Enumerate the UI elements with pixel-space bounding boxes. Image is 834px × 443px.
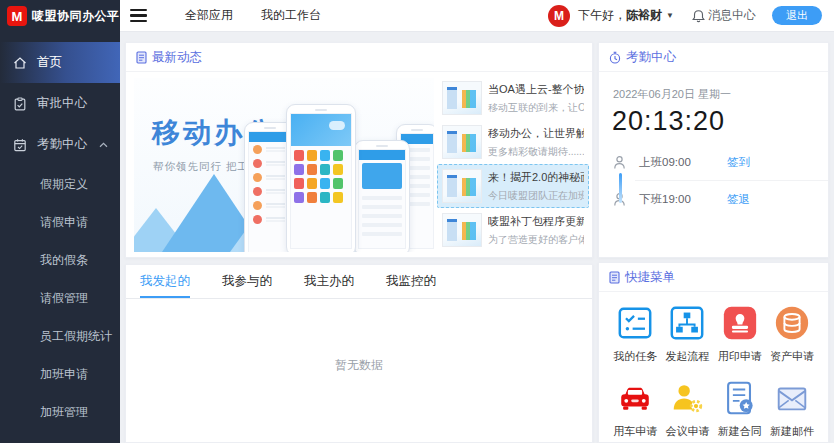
news-item[interactable]: 移动办公，让世界触手可更多精彩敬请期待...... (437, 120, 589, 164)
approval-icon (13, 97, 27, 111)
app-title: 唛盟协同办公平台 (32, 8, 132, 25)
bell-icon (692, 9, 705, 23)
contract-icon (721, 379, 759, 417)
check-out-row: 下班19:00 签退 (599, 184, 828, 214)
deco-tile (252, 173, 288, 182)
divider (635, 180, 828, 181)
tab-monitored-by-me[interactable]: 我监控的 (386, 265, 436, 298)
sidebar-item-label: 审批中心 (37, 95, 87, 112)
message-center[interactable]: 消息中心 (692, 7, 756, 24)
nav-my-workspace[interactable]: 我的工作台 (261, 7, 321, 24)
nav-all-apps[interactable]: 全部应用 (185, 7, 233, 24)
message-center-label: 消息中心 (708, 7, 756, 24)
deco-tile (333, 192, 343, 203)
quick-item-label: 发起流程 (665, 349, 709, 364)
quick-item-seal-apply[interactable]: 用印申请 (714, 304, 766, 364)
sidebar-subitem-my-leave[interactable]: 我的假条 (0, 241, 120, 279)
sidebar-subitem-overtime-manage[interactable]: 加班管理 (0, 393, 120, 431)
quick-menu-header: 快捷菜单 (599, 263, 828, 292)
quick-item-new-mail[interactable]: 新建邮件 (766, 379, 818, 439)
news-thumbnail (442, 125, 482, 159)
news-desc: 今日唛盟团队正在加班加点， (488, 189, 584, 203)
check-in-row: 上班09:00 签到 (599, 147, 828, 177)
deco-tile (362, 223, 402, 227)
attendance-icon (13, 138, 27, 152)
news-panel-title: 最新动态 (152, 49, 202, 66)
deco-tile (252, 159, 288, 168)
deco-tile (333, 150, 343, 161)
quick-item-label: 新建合同 (718, 424, 762, 439)
username: 陈裕财 (626, 8, 662, 22)
quick-item-meeting-apply[interactable]: 会议申请 (661, 379, 713, 439)
deco-tile (362, 214, 402, 218)
check-out-link[interactable]: 签退 (727, 192, 750, 207)
attendance-date: 2022年06月20日 星期一 (613, 87, 828, 102)
check-in-label: 上班09:00 (639, 155, 701, 170)
empty-state-text: 暂无数据 (126, 357, 592, 374)
tasks-icon (616, 304, 654, 342)
attendance-clock: 20:13:20 (612, 106, 828, 137)
check-in-link[interactable]: 签到 (727, 155, 750, 170)
tab-hosted-by-me[interactable]: 我主办的 (304, 265, 354, 298)
sidebar-subitem-leave-apply[interactable]: 请假申请 (0, 203, 120, 241)
brand-logo: M (7, 6, 27, 26)
deco-tile (294, 178, 304, 189)
app-root: M 唛盟协同办公平台 全部应用 我的工作台 M 下午好，陈裕财 ▼ 消息中心 退… (0, 0, 834, 443)
news-panel-header: 最新动态 (126, 43, 592, 72)
news-desc: 移动互联的到来，让OA与云 (488, 101, 584, 115)
news-panel: 最新动态 移动办公 帮你领先同行 把工作带出办公室 (125, 42, 593, 258)
attendance-panel: 考勤中心 2022年06月20日 星期一 20:13:20 上班09:00 签到… (598, 42, 829, 258)
sidebar-subitem-holiday-define[interactable]: 假期定义 (0, 165, 120, 203)
quick-item-start-flow[interactable]: 发起流程 (661, 304, 713, 364)
logo-area: M 唛盟协同办公平台 (0, 0, 120, 32)
sidebar-subitem-staff-holiday-stats[interactable]: 员工假期统计 (0, 317, 120, 355)
promo-banner[interactable]: 移动办公 帮你领先同行 把工作带出办公室 (134, 78, 434, 252)
quick-item-new-contract[interactable]: 新建合同 (714, 379, 766, 439)
deco-tile (307, 178, 317, 189)
deco-tile (362, 232, 402, 236)
document-icon (136, 51, 147, 64)
news-list: 当OA遇上云-整个协同OA移动互联的到来，让OA与云 移动办公，让世界触手可更多… (437, 76, 589, 252)
sidebar-item-home[interactable]: 首页 (0, 42, 120, 83)
phone-mockup (354, 140, 410, 252)
logout-button[interactable]: 退出 (772, 6, 822, 25)
stamp-icon (721, 304, 759, 342)
sidebar-subitem-leave-manage[interactable]: 请假管理 (0, 279, 120, 317)
news-item[interactable]: 当OA遇上云-整个协同OA移动互联的到来，让OA与云 (437, 76, 589, 120)
quick-item-my-tasks[interactable]: 我的任务 (609, 304, 661, 364)
user-avatar[interactable]: M (548, 5, 570, 27)
news-title: 唛盟补丁包程序更新 (488, 214, 584, 229)
home-icon (13, 56, 27, 70)
quick-item-label: 我的任务 (613, 349, 657, 364)
sidebar-item-approval[interactable]: 审批中心 (0, 83, 120, 124)
row-list (359, 192, 405, 245)
contact-list (249, 142, 291, 232)
deco-tile (294, 164, 304, 175)
meeting-icon (668, 379, 706, 417)
news-item[interactable]: 唛盟补丁包程序更新为了营造更好的客户体验，唛 (437, 208, 589, 252)
tab-initiated-by-me[interactable]: 我发起的 (140, 265, 190, 298)
tasks-panel: 我发起的 我参与的 我主办的 我监控的 暂无数据 (125, 264, 593, 443)
user-greeting[interactable]: 下午好，陈裕财 (578, 7, 662, 24)
quick-item-label: 用车申请 (613, 424, 657, 439)
sidebar-subitem-overtime-apply[interactable]: 加班申请 (0, 355, 120, 393)
deco-tile (294, 192, 304, 203)
sidebar-item-attendance[interactable]: 考勤中心 (0, 124, 120, 165)
phone-mockup (286, 104, 356, 252)
quick-item-vehicle-apply[interactable]: 用车申请 (609, 379, 661, 439)
news-title: 移动办公，让世界触手可 (488, 126, 584, 141)
menu-toggle-icon[interactable] (130, 9, 147, 22)
chevron-down-icon[interactable]: ▼ (666, 11, 674, 20)
stopwatch-icon (609, 51, 621, 64)
news-thumbnail (442, 213, 482, 247)
news-item-selected[interactable]: 来！揭开2.0的神秘面纱-今日唛盟团队正在加班加点， (437, 164, 589, 208)
tab-participated-by-me[interactable]: 我参与的 (222, 265, 272, 298)
top-nav: 全部应用 我的工作台 (185, 7, 321, 24)
deco-tile (333, 178, 343, 189)
document-icon (609, 271, 620, 284)
quick-item-asset-apply[interactable]: 资产申请 (766, 304, 818, 364)
sidebar-item-label: 考勤中心 (37, 136, 87, 153)
deco-tile (320, 164, 330, 175)
news-desc: 为了营造更好的客户体验，唛 (488, 233, 584, 247)
deco-tile (320, 178, 330, 189)
